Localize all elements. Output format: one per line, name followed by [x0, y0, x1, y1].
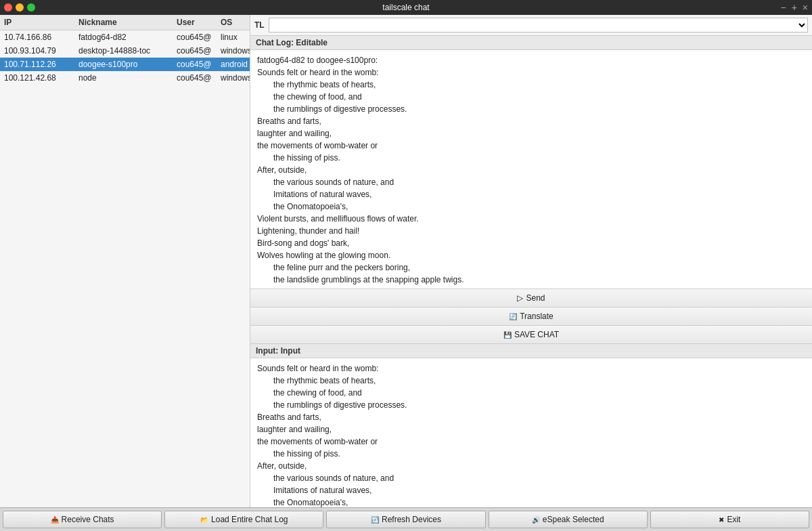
device-user: cou645@ — [177, 33, 221, 42]
action-buttons: Send Translate SAVE CHAT — [250, 289, 812, 343]
chat-line: Breaths and farts, — [257, 115, 805, 127]
chat-line: laughter and wailing, — [257, 127, 805, 140]
maximize-icon[interactable]: + — [792, 2, 797, 13]
translate-button[interactable]: Translate — [250, 307, 812, 326]
device-user: cou645@ — [177, 73, 221, 83]
tl-row: TL — [250, 15, 812, 36]
load-icon — [200, 515, 208, 524]
receive-icon — [51, 515, 59, 524]
window-title: tailscale chat — [382, 3, 429, 12]
input-section: Input: Input Sounds felt or heard in the… — [250, 343, 812, 507]
receive-chats-button[interactable]: Receive Chats — [3, 511, 162, 528]
device-os: windows — [221, 73, 250, 83]
input-line: the various sounds of nature, and — [257, 472, 805, 484]
chat-line: Imitations of natural waves, — [257, 188, 805, 200]
chat-log-section: Chat Log: Editable fatdog64-d82 to dooge… — [250, 36, 812, 289]
title-bar-right: − + × — [780, 2, 808, 13]
input-line: the rumblings of digestive processes. — [257, 399, 805, 411]
input-placeholder-label: Input — [281, 346, 300, 356]
device-row[interactable]: 100.93.104.79 desktop-144888-toc cou645@… — [0, 44, 250, 58]
chat-log-label: Chat Log: — [256, 38, 294, 47]
device-nickname: desktop-144888-toc — [78, 46, 177, 56]
device-os: linux — [221, 33, 250, 42]
device-list: IP Nickname User OS Status 10.74.166.86 … — [0, 15, 250, 507]
input-line: After, outside, — [257, 460, 805, 472]
send-icon — [517, 293, 523, 303]
refresh-devices-button[interactable]: Refresh Devices — [326, 511, 485, 528]
chat-line: the various sounds of nature, and — [257, 176, 805, 188]
input-line: Imitations of natural waves, — [257, 484, 805, 496]
input-line: laughter and wailing, — [257, 423, 805, 436]
device-ip: 100.93.104.79 — [4, 46, 78, 56]
input-line: the movements of womb-water or — [257, 436, 805, 448]
chat-line: the movements of womb-water or — [257, 140, 805, 152]
save-icon — [503, 330, 512, 339]
input-line: the rhythmic beats of hearts, — [257, 375, 805, 387]
chat-log-editable: Editable — [296, 38, 328, 47]
save-chat-button[interactable]: SAVE CHAT — [250, 326, 812, 343]
maximize-button[interactable] — [27, 3, 35, 12]
chat-line: the chewing of food, and — [257, 91, 805, 103]
title-bar: tailscale chat − + × — [0, 0, 812, 15]
chat-line: Violent bursts, and mellifluous flows of… — [257, 213, 805, 225]
exit-icon — [719, 515, 724, 524]
chat-line: Lightening, thunder and hail! — [257, 225, 805, 237]
chat-log-header: Chat Log: Editable — [250, 36, 812, 50]
device-row[interactable]: 10.74.166.86 fatdog64-d82 cou645@ linux … — [0, 30, 250, 44]
col-user: User — [177, 18, 221, 27]
input-line: the hissing of piss. — [257, 448, 805, 460]
device-ip: 100.121.42.68 — [4, 73, 78, 83]
col-nickname: Nickname — [78, 18, 177, 27]
input-line: Sounds felt or heard in the womb: — [257, 362, 805, 375]
title-bar-controls — [4, 3, 35, 12]
minimize-icon[interactable]: − — [780, 2, 786, 13]
device-user: cou645@ — [177, 60, 221, 69]
device-user: cou645@ — [177, 46, 221, 56]
bottom-toolbar: Receive Chats Load Entire Chat Log Refre… — [0, 507, 812, 531]
refresh-icon — [371, 515, 379, 524]
device-nickname: node — [78, 73, 177, 83]
input-line: the chewing of food, and — [257, 387, 805, 399]
chat-line: the rhythmic beats of hearts, — [257, 79, 805, 91]
chat-line: the rumblings of digestive processes. — [257, 103, 805, 115]
chat-log-content[interactable]: fatdog64-d82 to doogee-s100pro:Sounds fe… — [250, 50, 812, 289]
device-os: android — [221, 60, 250, 69]
speak-icon — [532, 515, 540, 524]
input-line: the Onomatopoeia's, — [257, 496, 805, 507]
main-content: IP Nickname User OS Status 10.74.166.86 … — [0, 15, 812, 507]
device-rows: 10.74.166.86 fatdog64-d82 cou645@ linux … — [0, 30, 250, 85]
minimize-button[interactable] — [16, 3, 24, 12]
chat-line: Bird-song and dogs' bark, — [257, 237, 805, 249]
espeak-selected-button[interactable]: eSpeak Selected — [489, 511, 648, 528]
device-row[interactable]: 100.71.112.26 doogee-s100pro cou645@ and… — [0, 58, 250, 71]
device-ip: 10.74.166.86 — [4, 33, 78, 42]
chat-line: the Onomatopoeia's, — [257, 200, 805, 213]
chat-line: Wolves howling at the glowing moon. — [257, 249, 805, 261]
chat-line: After, outside, — [257, 164, 805, 176]
translate-icon — [509, 312, 517, 321]
device-table-header: IP Nickname User OS Status — [0, 15, 250, 30]
close-icon[interactable]: × — [803, 2, 808, 13]
input-header: Input: Input — [250, 344, 812, 358]
exit-button[interactable]: Exit — [650, 511, 809, 528]
chat-line: the hissing of piss. — [257, 152, 805, 164]
tl-select[interactable] — [269, 18, 808, 33]
chat-line: the feline purr and the peckers boring, — [257, 261, 805, 274]
input-line: Breaths and farts, — [257, 411, 805, 423]
col-os: OS — [221, 18, 250, 27]
device-os: windows — [221, 46, 250, 56]
chat-line: Sounds felt or heard in the womb: — [257, 66, 805, 79]
device-ip: 100.71.112.26 — [4, 60, 78, 69]
close-button[interactable] — [4, 3, 12, 12]
device-nickname: doogee-s100pro — [78, 60, 177, 69]
send-button[interactable]: Send — [250, 289, 812, 307]
chat-line: the landslide grumblings at the snapping… — [257, 274, 805, 286]
load-chat-log-button[interactable]: Load Entire Chat Log — [164, 511, 323, 528]
device-row[interactable]: 100.121.42.68 node cou645@ windows offli… — [0, 71, 250, 85]
device-nickname: fatdog64-d82 — [78, 33, 177, 42]
chat-panel: TL Chat Log: Editable fatdog64-d82 to do… — [250, 15, 812, 507]
chat-sender: fatdog64-d82 to doogee-s100pro: — [257, 54, 805, 66]
input-label: Input: — [256, 346, 278, 356]
input-field[interactable]: Sounds felt or heard in the womb:the rhy… — [250, 358, 812, 507]
col-ip: IP — [4, 18, 78, 27]
